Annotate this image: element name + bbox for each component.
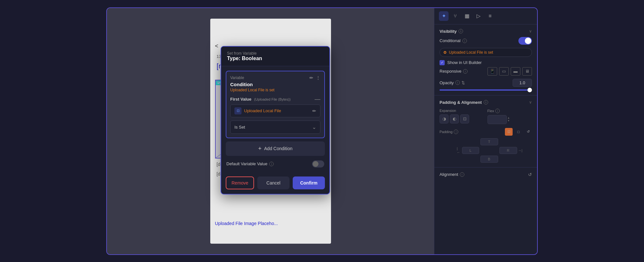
rtoolbar-layout-icon[interactable]: ▦ xyxy=(462,11,472,21)
add-condition-btn[interactable]: + Add Condition xyxy=(226,141,325,156)
variable-chip-text: Uploaded Local File xyxy=(244,108,281,113)
flex-input[interactable] xyxy=(488,115,507,124)
expansion-flex-row: Expansion ◑ ◐ ⊡ Flex i xyxy=(440,109,532,124)
show-ui-checkbox[interactable]: ✓ xyxy=(440,60,445,65)
default-variable-info-icon: i xyxy=(269,162,274,166)
expansion-fixed-btn[interactable]: ◑ xyxy=(440,114,449,123)
show-ui-row: ✓ Show in UI Builder xyxy=(440,60,532,65)
mobile-icon[interactable]: 📱 xyxy=(488,67,497,76)
flex-up-arrow[interactable]: ▲ xyxy=(507,117,510,119)
expansion-buttons: ◑ ◐ ⊡ xyxy=(440,114,484,123)
conditional-toggle[interactable] xyxy=(518,37,532,45)
condition-header: Variable ✏ ⋮ xyxy=(230,75,320,80)
more-condition-btn[interactable]: ⋮ xyxy=(316,75,320,80)
padding-section-header: Padding & Alignment i ∨ xyxy=(440,100,532,105)
flex-group: Flex i ▲ ▼ xyxy=(488,109,532,124)
cancel-btn[interactable]: Cancel xyxy=(257,176,289,189)
condition-value-text: Uploaded Local File is set xyxy=(230,88,320,92)
right-panel: ✦ ⑂ ▦ ▷ ≡ Visibility i ∨ Conditional i xyxy=(434,8,537,254)
padding-top-input[interactable]: T xyxy=(480,138,498,145)
is-set-row[interactable]: Is Set ⌄ xyxy=(230,121,320,134)
variable-chip-edit-btn[interactable]: ✏ xyxy=(312,108,316,113)
alignment-label-text: Alignment xyxy=(440,172,458,177)
padding-linked-icon[interactable]: ⊡ xyxy=(505,128,513,136)
remove-btn[interactable]: Remove xyxy=(226,176,254,189)
padding-alignment-label: Padding & Alignment xyxy=(440,100,482,105)
opacity-slider[interactable] xyxy=(440,89,532,91)
first-value-sub: (Uploaded File (Bytes)) xyxy=(254,97,290,101)
expansion-label: Expansion xyxy=(440,109,484,113)
add-condition-label: Add Condition xyxy=(264,146,292,151)
flex-label: Flex i xyxy=(488,109,532,113)
opacity-label: Opacity i ⇅ xyxy=(440,80,465,85)
opacity-adjust-icon[interactable]: ⇅ xyxy=(461,80,465,85)
rtoolbar-style-icon[interactable]: ✦ xyxy=(439,11,449,21)
tablet-landscape-icon[interactable]: ▬ xyxy=(511,67,520,76)
modal-header-title: Type: Boolean xyxy=(227,56,324,61)
first-value-row: First Value (Uploaded File (Bytes)) — xyxy=(230,96,320,102)
condition-action-icons: ✏ ⋮ xyxy=(309,75,320,80)
condition-section: Variable ✏ ⋮ Condition Uploaded Local Fi… xyxy=(226,71,325,138)
visibility-chevron-icon[interactable]: ∨ xyxy=(529,29,532,33)
is-set-chevron-icon: ⌄ xyxy=(312,124,316,130)
modal-dialog: Set from Variable Type: Boolean Variable… xyxy=(221,46,330,194)
modal-footer: Remove Cancel Confirm xyxy=(221,176,329,194)
condition-name-text: Condition xyxy=(230,82,320,87)
rtoolbar-more-icon[interactable]: ≡ xyxy=(485,11,495,21)
condition-pill-text: Uploaded Local File is set xyxy=(449,50,493,55)
condition-pill-dot xyxy=(444,51,446,54)
flex-arrows: ▲ ▼ xyxy=(507,117,510,122)
opacity-slider-thumb[interactable] xyxy=(527,88,532,92)
alignment-label: Alignment i xyxy=(440,172,464,177)
expansion-grow-btn[interactable]: ◐ xyxy=(450,114,459,123)
variable-chip[interactable]: ⊡ Uploaded Local File ✏ xyxy=(230,104,320,117)
flex-down-arrow[interactable]: ▼ xyxy=(507,120,510,122)
padding-unlinked-icon[interactable]: □ xyxy=(515,128,522,136)
modal-overlay: Set from Variable Type: Boolean Variable… xyxy=(220,33,331,248)
padding-chevron-icon[interactable]: ∨ xyxy=(529,100,532,104)
opacity-slider-fill xyxy=(440,89,532,91)
padding-grid: T |← L R →| B xyxy=(457,138,515,163)
default-variable-toggle[interactable] xyxy=(312,160,324,167)
rtoolbar-preview-icon[interactable]: ▷ xyxy=(474,11,483,21)
opacity-value[interactable]: 1.0 xyxy=(513,79,532,87)
conditional-row: Conditional i xyxy=(440,37,532,45)
conditional-label-text: Conditional xyxy=(440,38,460,43)
expansion-group: Expansion ◑ ◐ ⊡ xyxy=(440,109,484,124)
padding-right-input[interactable]: R xyxy=(499,147,517,154)
padding-right-group: R →| xyxy=(499,147,523,154)
confirm-btn[interactable]: Confirm xyxy=(293,176,325,189)
opacity-info-icon: i xyxy=(455,80,460,85)
padding-label: Padding i xyxy=(440,130,458,134)
edit-condition-btn[interactable]: ✏ xyxy=(309,75,313,80)
padding-label-row: Padding i ⊡ □ ↺ xyxy=(440,128,532,136)
canvas-area: < 13/01/2024 [notesTitle] Image Uploaded… xyxy=(107,8,434,254)
flex-info-icon: i xyxy=(495,109,500,113)
padding-left-input[interactable]: L xyxy=(462,147,479,154)
expansion-shrink-btn[interactable]: ⊡ xyxy=(460,114,469,123)
responsive-label-text: Responsive xyxy=(440,69,461,74)
modal-header: Set from Variable Type: Boolean xyxy=(221,47,329,66)
show-ui-label: Show in UI Builder xyxy=(447,60,482,65)
padding-section-title: Padding & Alignment i xyxy=(440,100,488,105)
modal-header-subtitle: Set from Variable xyxy=(227,51,324,56)
desktop-icon[interactable]: 🖥 xyxy=(522,67,532,76)
padding-reset-icon[interactable]: ↺ xyxy=(524,128,532,136)
tablet-portrait-icon[interactable]: ▭ xyxy=(499,67,509,76)
variable-label: Variable xyxy=(230,76,244,80)
visibility-info-icon: i xyxy=(459,29,463,33)
alignment-info-icon: i xyxy=(460,172,464,177)
rtoolbar-interaction-icon[interactable]: ⑂ xyxy=(450,11,460,21)
padding-mode-icons: ⊡ □ ↺ xyxy=(505,128,532,136)
condition-pill[interactable]: Uploaded Local File is set xyxy=(440,48,532,57)
add-condition-plus-icon: + xyxy=(258,145,262,152)
conditional-info-icon: i xyxy=(462,39,467,43)
modal-body: Variable ✏ ⋮ Condition Uploaded Local Fi… xyxy=(221,66,329,176)
padding-left-arrow-icon: |← xyxy=(457,147,461,154)
padding-section: Padding & Alignment i ∨ Expansion ◑ ◐ ⊡ xyxy=(434,95,537,167)
remove-first-value-btn[interactable]: — xyxy=(315,96,320,102)
padding-bottom-input[interactable]: B xyxy=(480,156,498,163)
padding-right-arrow-icon: →| xyxy=(518,149,523,152)
alignment-reset-icon[interactable]: ↺ xyxy=(528,172,532,177)
back-arrow-btn[interactable]: < xyxy=(215,43,219,50)
